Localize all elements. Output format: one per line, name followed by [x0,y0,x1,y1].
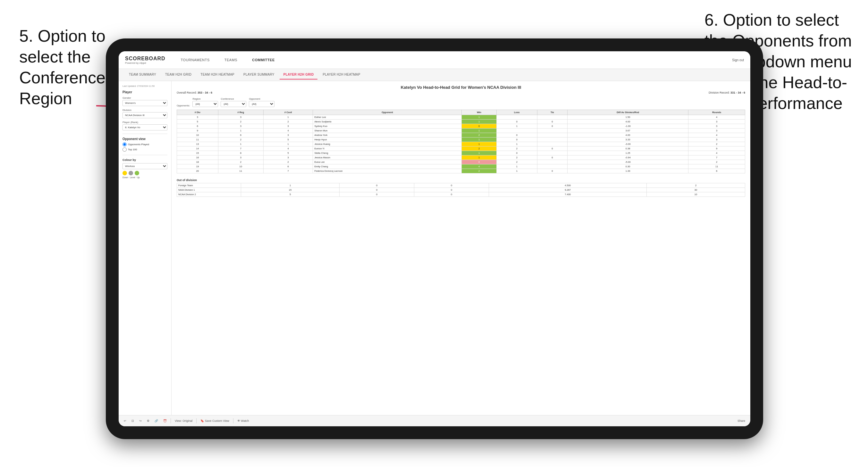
undo-btn[interactable]: ↩ [123,418,128,423]
watch-btn[interactable]: 👁 Watch [236,418,250,423]
cell-diff: -5.00 [567,160,688,164]
main-content: Last Updated: 27/03/2024 11:56 Player Ge… [119,81,750,415]
cell-reg: 3 [218,124,263,128]
cell-win: 1 [462,128,497,133]
cell-reg: 3 [218,115,263,120]
save-custom-btn[interactable]: 🔖 Save Custom View [199,418,230,423]
sub-nav: TEAM SUMMARY TEAM H2H GRID TEAM H2H HEAT… [119,69,750,81]
cell-tie [537,115,567,120]
cell-reg: 10 [218,164,263,169]
cell-rounds: 9 [688,147,745,151]
cell-rounds: 6 [688,169,745,174]
cell-tie: 0 [537,169,567,174]
cell-div: 6 [177,124,218,128]
nav-tournaments[interactable]: TOURNAMENTS [178,57,212,63]
link-btn[interactable]: 🔗 [153,418,159,423]
radio-top100-label: Top 100 [128,148,137,151]
cell-opponent: Alexis Sudjianto [313,120,462,124]
cell-conf: 3 [263,133,313,137]
ood-cell-rounds: 10 [646,192,745,197]
cell-win: 2 [462,169,497,174]
cell-loss: 0 [496,120,537,124]
cell-tie: 0 [537,120,567,124]
ood-cell-name: NAIA Division 1 [177,188,241,192]
subnav-player-h2h-heatmap[interactable]: PLAYER H2H HEATMAP [319,70,364,80]
tablet-device: SCOREBOARD Powered by clippd TOURNAMENTS… [106,38,763,439]
ood-cell-diff: 9.267 [489,188,647,192]
redo-btn[interactable]: ⊡ [130,418,135,423]
bottom-toolbar: ↩ ⊡ ↪ ⚙ 🔗 ⏰ View: Original 🔖 Save Custom… [119,415,750,426]
nav-teams[interactable]: TEAMS [222,57,240,63]
cell-tie: 0 [537,147,567,151]
nav-committee[interactable]: COMMITTEE [249,57,277,63]
ood-cell-tie: 0 [414,188,489,192]
cell-reg: 6 [218,133,263,137]
cell-div: 18 [177,160,218,164]
cell-reg: 11 [218,169,263,174]
cell-div: 10 [177,133,218,137]
settings-btn[interactable]: ⚙ [146,418,151,423]
subnav-team-h2h-heatmap[interactable]: TEAM H2H HEATMAP [196,70,238,80]
ood-cell-rounds: 30 [646,188,745,192]
cell-tie: 0 [537,155,567,160]
cell-div: 3 [177,115,218,120]
cell-conf: 2 [263,120,313,124]
cell-loss [496,128,537,133]
cell-loss: 1 [496,124,537,128]
cell-loss: 2 [496,155,537,160]
undo2-btn[interactable]: ↪ [138,418,143,423]
subnav-player-summary[interactable]: PLAYER SUMMARY [240,70,278,80]
col-tie: Tie [537,110,567,115]
logo-text: SCOREBOARD [125,56,165,62]
cell-diff: -3.00 [567,142,688,147]
view-original-btn[interactable]: View: Original [174,418,194,423]
gender-select[interactable]: Women's [123,100,167,106]
col-rounds: Rounds [688,110,745,115]
cell-rounds: 3 [688,128,745,133]
cell-rounds: 4 [688,133,745,137]
cell-tie [537,142,567,147]
cell-win: 1 [462,142,497,147]
cell-diff: 1.33 [567,169,688,174]
ood-table-row: Foreign Team 1 0 0 4.500 2 [177,183,745,188]
radio-opponents-played[interactable]: Opponents Played [123,142,167,147]
subnav-player-h2h-grid[interactable]: PLAYER H2H GRID [280,70,318,80]
sign-out-link[interactable]: Sign out [732,58,744,62]
table-row: 6 3 3 Sydney Kuo 0 1 0 -1.00 3 [177,124,745,128]
cell-conf: 2 [263,160,313,164]
cell-reg: 3 [218,155,263,160]
subnav-team-summary[interactable]: TEAM SUMMARY [125,70,160,80]
subnav-team-h2h-grid[interactable]: TEAM H2H GRID [161,70,195,80]
toolbar-divider3 [233,418,234,424]
ood-table-row: NCAA Division 2 5 0 0 7.400 10 [177,192,745,197]
opponent-filter-select[interactable]: (All) [249,101,275,107]
cell-tie [537,128,567,133]
cell-div: 15 [177,151,218,155]
table-row: 11 2 5 Heejo Hyun 1 0 3.33 3 [177,137,745,142]
h2h-table: # Div # Reg # Conf Opponent Win Loss Tie… [177,110,745,174]
ood-cell-loss: 0 [339,183,414,188]
ood-cell-tie: 0 [414,192,489,197]
cell-loss: 1 [496,142,537,147]
cell-loss [496,115,537,120]
colour-by-select[interactable]: Win/loss [123,163,167,169]
table-row: 5 2 2 Alexis Sudjianto 1 0 0 4.00 3 [177,120,745,124]
division-select[interactable]: NCAA Division III [123,112,167,118]
cell-rounds: 4 [688,115,745,120]
player-rank-select[interactable]: 8. Katelyn Vo [123,124,167,130]
page-title: Katelyn Vo Head-to-Head Grid for Women's… [177,85,745,90]
ood-cell-win: 1 [241,183,340,188]
conference-filter-select[interactable]: (All) [221,101,246,107]
cell-conf: 1 [263,115,313,120]
radio-top100[interactable]: Top 100 [123,148,167,152]
cell-rounds: 3 [688,120,745,124]
region-filter-select[interactable]: (All) [192,101,218,107]
clock-btn[interactable]: ⏰ [162,418,168,423]
cell-div: 5 [177,120,218,124]
share-btn[interactable]: Share [736,418,746,423]
table-row: 19 10 6 Emily Chang 4 1 0.30 11 [177,164,745,169]
table-row: 20 11 7 Federica Domecq Lacroze 2 1 0 1.… [177,169,745,174]
colour-legend-labels: Down Level Up [123,176,167,179]
cell-conf: 3 [263,155,313,160]
cell-loss: 2 [496,160,537,164]
